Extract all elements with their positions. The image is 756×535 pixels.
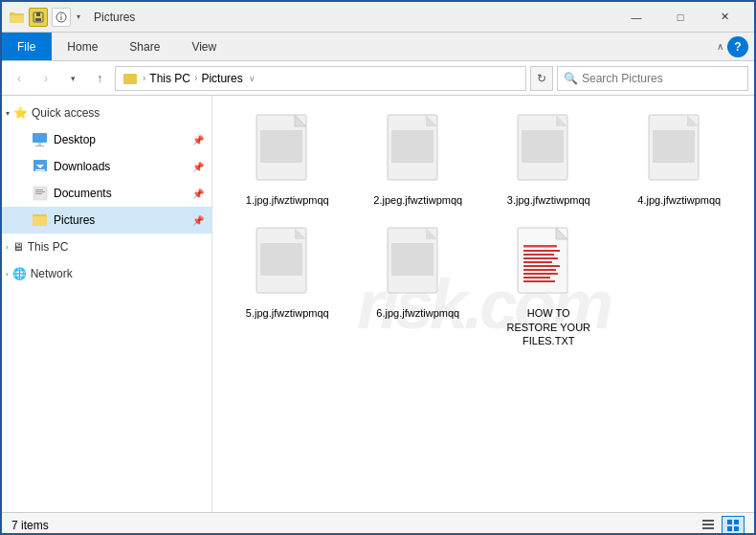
this-pc-icon: 🖥 bbox=[12, 240, 24, 254]
svg-rect-18 bbox=[35, 191, 45, 192]
tab-share[interactable]: Share bbox=[114, 33, 176, 60]
svg-rect-1 bbox=[10, 15, 24, 23]
svg-rect-11 bbox=[38, 143, 41, 145]
svg-rect-19 bbox=[35, 193, 42, 194]
file-label: 5.jpg.jfwztiwpmqq bbox=[246, 306, 329, 320]
file-item[interactable]: 5.jpg.jfwztiwpmqq bbox=[224, 220, 351, 353]
content-area: risk.com 1.jpg.jfwztiwpmqq bbox=[212, 96, 754, 512]
sidebar-section-network[interactable]: › 🌐 Network bbox=[2, 260, 211, 287]
network-icon: 🌐 bbox=[12, 267, 27, 280]
title-bar-left: ▾ Pictures bbox=[10, 8, 614, 27]
search-input[interactable] bbox=[582, 72, 742, 85]
pictures-icon bbox=[33, 212, 48, 228]
sidebar-quick-access-label: Quick access bbox=[32, 106, 100, 120]
documents-icon bbox=[33, 186, 48, 201]
svg-rect-4 bbox=[35, 18, 41, 21]
file-label: 1.jpg.jfwztiwpmqq bbox=[246, 193, 329, 207]
large-icons-view-button[interactable] bbox=[722, 516, 745, 535]
tab-file[interactable]: File bbox=[2, 33, 52, 60]
path-dropdown-arrow[interactable]: ∨ bbox=[249, 74, 256, 83]
sidebar-this-pc-label: This PC bbox=[28, 240, 69, 254]
file-item[interactable]: 2.jpeg.jfwztiwpmqq bbox=[355, 107, 482, 212]
view-controls bbox=[697, 516, 745, 535]
svg-rect-21 bbox=[33, 216, 47, 226]
title-text: Pictures bbox=[94, 11, 135, 24]
file-label: 3.jpg.jfwztiwpmqq bbox=[507, 193, 590, 207]
sidebar: ▾ ⭐ Quick access Desktop 📌 Downloads 📌 D… bbox=[2, 96, 212, 512]
file-item[interactable]: 1.jpg.jfwztiwpmqq bbox=[224, 107, 351, 212]
svg-rect-49 bbox=[523, 265, 560, 267]
up-button[interactable]: ↑ bbox=[88, 67, 111, 90]
svg-rect-45 bbox=[523, 250, 560, 252]
sidebar-section-quick-access[interactable]: ▾ ⭐ Quick access bbox=[2, 100, 211, 126]
file-item[interactable]: HOW TO RESTORE YOUR FILES.TXT bbox=[485, 220, 612, 353]
file-icon bbox=[253, 113, 322, 189]
svg-point-8 bbox=[60, 13, 61, 14]
file-item[interactable]: 3.jpg.jfwztiwpmqq bbox=[485, 107, 612, 212]
svg-rect-37 bbox=[260, 243, 302, 276]
svg-rect-40 bbox=[391, 243, 434, 276]
address-path[interactable]: › This PC › Pictures ∨ bbox=[115, 66, 526, 91]
svg-rect-50 bbox=[523, 269, 556, 271]
desktop-pin: 📌 bbox=[192, 135, 204, 145]
sidebar-pictures-label: Pictures bbox=[54, 213, 187, 227]
file-item[interactable]: 6.jpg.jfwztiwpmqq bbox=[355, 220, 482, 353]
svg-rect-10 bbox=[33, 133, 47, 143]
maximize-button[interactable]: □ bbox=[658, 2, 702, 33]
details-view-button[interactable] bbox=[697, 516, 720, 535]
svg-rect-44 bbox=[523, 245, 557, 248]
file-label: 2.jpeg.jfwztiwpmqq bbox=[373, 193, 462, 207]
file-icon bbox=[384, 113, 453, 189]
svg-rect-5 bbox=[36, 12, 40, 16]
file-item[interactable]: 4.jpg.jfwztiwpmqq bbox=[616, 107, 744, 212]
desktop-icon bbox=[33, 132, 48, 147]
forward-button[interactable]: › bbox=[34, 67, 57, 90]
sidebar-item-documents[interactable]: Documents 📌 bbox=[2, 180, 211, 207]
ribbon-collapse-arrow[interactable]: ∧ bbox=[717, 41, 723, 52]
ribbon-tabs: File Home Share View ∧ ? bbox=[2, 33, 754, 61]
sidebar-downloads-label: Downloads bbox=[54, 160, 187, 173]
svg-rect-34 bbox=[653, 130, 695, 163]
svg-rect-46 bbox=[523, 254, 554, 256]
file-label: 4.jpg.jfwztiwpmqq bbox=[637, 193, 721, 207]
close-button[interactable]: ✕ bbox=[702, 2, 746, 33]
svg-rect-58 bbox=[734, 520, 739, 524]
svg-rect-31 bbox=[522, 130, 564, 163]
sidebar-item-pictures[interactable]: Pictures 📌 bbox=[2, 207, 211, 234]
file-icon bbox=[645, 113, 714, 189]
svg-rect-57 bbox=[727, 520, 732, 524]
status-bar: 7 items bbox=[2, 512, 754, 535]
minimize-button[interactable]: — bbox=[614, 2, 658, 33]
qat-save-button[interactable] bbox=[29, 8, 48, 27]
sidebar-item-desktop[interactable]: Desktop 📌 bbox=[2, 126, 211, 153]
search-box[interactable]: 🔍 bbox=[557, 66, 748, 91]
help-button[interactable]: ? bbox=[727, 36, 748, 57]
qat-prop-button[interactable] bbox=[52, 8, 71, 27]
path-pictures[interactable]: Pictures bbox=[201, 72, 242, 85]
qat-dropdown-arrow[interactable]: ▾ bbox=[77, 12, 80, 21]
ribbon-right: ∧ ? bbox=[717, 33, 754, 60]
back-button[interactable]: ‹ bbox=[8, 67, 31, 90]
svg-rect-47 bbox=[523, 257, 558, 259]
svg-rect-54 bbox=[702, 520, 714, 522]
tab-home[interactable]: Home bbox=[52, 33, 114, 60]
sidebar-documents-label: Documents bbox=[54, 187, 187, 200]
network-arrow: › bbox=[6, 270, 9, 279]
svg-rect-12 bbox=[35, 145, 44, 146]
title-bar: ▾ Pictures — □ ✕ bbox=[2, 2, 754, 33]
sidebar-item-downloads[interactable]: Downloads 📌 bbox=[2, 153, 211, 180]
path-this-pc[interactable]: This PC bbox=[149, 72, 190, 85]
file-icon bbox=[514, 226, 583, 302]
svg-rect-55 bbox=[702, 524, 714, 525]
sidebar-desktop-label: Desktop bbox=[54, 133, 187, 146]
item-count: 7 items bbox=[11, 519, 49, 532]
recent-locations-button[interactable]: ▾ bbox=[61, 67, 84, 90]
refresh-button[interactable]: ↻ bbox=[530, 66, 553, 91]
sidebar-section-this-pc[interactable]: › 🖥 This PC bbox=[2, 234, 211, 260]
svg-rect-51 bbox=[523, 273, 558, 275]
tab-view[interactable]: View bbox=[176, 33, 233, 60]
svg-rect-2 bbox=[10, 12, 15, 15]
main-layout: ▾ ⭐ Quick access Desktop 📌 Downloads 📌 D… bbox=[2, 96, 754, 512]
file-icon bbox=[384, 226, 453, 302]
search-icon: 🔍 bbox=[564, 72, 578, 85]
